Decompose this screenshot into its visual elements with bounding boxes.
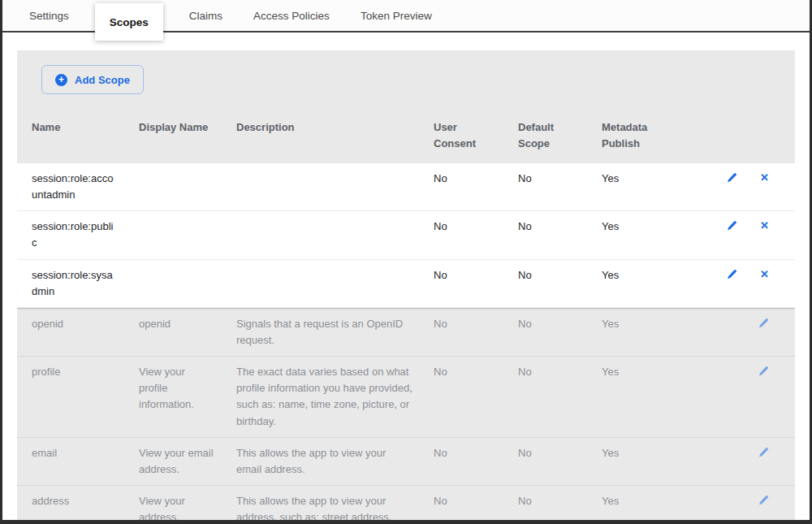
scope-default-scope: No — [518, 357, 602, 437]
column-header-description: Description — [236, 119, 434, 151]
table-row: address View your address. This allows t… — [17, 485, 795, 520]
scope-display-name — [139, 211, 236, 258]
scope-user-consent: No — [434, 163, 518, 210]
scope-user-consent: No — [434, 309, 518, 356]
scopes-table: Name Display Name Description User Conse… — [17, 107, 795, 520]
table-row: openid openid Signals that a request is … — [17, 308, 795, 356]
row-actions: ✕ — [703, 163, 795, 210]
scope-metadata-publish: Yes — [602, 260, 703, 307]
row-actions — [703, 486, 795, 520]
scope-description — [236, 260, 434, 307]
row-actions: ✕ — [703, 260, 795, 307]
table-row: email View your email address. This allo… — [17, 437, 795, 485]
scope-description — [236, 163, 434, 210]
scope-name: openid — [32, 309, 139, 356]
scope-default-scope: No — [518, 486, 602, 520]
column-header-display-name: Display Name — [139, 119, 236, 151]
scope-name: email — [32, 438, 139, 485]
edit-scope-button[interactable] — [758, 495, 769, 508]
row-actions: ✕ — [703, 211, 795, 258]
table-header-row: Name Display Name Description User Conse… — [17, 107, 795, 163]
table-row: profile View your profile information. T… — [17, 356, 795, 437]
scope-default-scope: No — [518, 163, 602, 210]
close-icon: ✕ — [760, 172, 769, 183]
edit-scope-button[interactable] — [726, 269, 737, 282]
scope-default-scope: No — [518, 211, 602, 258]
scope-user-consent: No — [434, 211, 518, 258]
scope-name: session:role:accountadmin — [32, 163, 139, 210]
scope-display-name: View your email address. — [139, 438, 236, 485]
scope-description: This allows the app to view your email a… — [236, 438, 434, 485]
scope-name: address — [32, 486, 139, 520]
row-actions — [703, 438, 795, 485]
scope-user-consent: No — [434, 486, 518, 520]
scope-metadata-publish: Yes — [602, 309, 703, 356]
scope-metadata-publish: Yes — [602, 438, 703, 485]
row-actions — [703, 357, 795, 437]
close-icon: ✕ — [760, 269, 769, 279]
edit-scope-button[interactable] — [758, 318, 769, 331]
add-scope-label: Add Scope — [75, 74, 130, 86]
delete-scope-button[interactable]: ✕ — [760, 172, 769, 183]
tab-bar: Settings Scopes Claims Access Policies T… — [0, 0, 812, 32]
scope-description: The exact data varies based on what prof… — [236, 357, 434, 437]
plus-icon: + — [55, 74, 67, 86]
scope-default-scope: No — [518, 309, 602, 356]
tab-scopes[interactable]: Scopes — [95, 3, 163, 41]
scope-display-name: View your profile information. — [139, 357, 236, 437]
edit-scope-button[interactable] — [758, 447, 769, 460]
table-row: session:role:public No No Yes ✕ — [17, 211, 795, 259]
scope-description — [236, 211, 434, 258]
tab-token-preview[interactable]: Token Preview — [356, 0, 437, 32]
scope-name: profile — [32, 357, 139, 437]
column-header-actions — [703, 119, 795, 151]
edit-scope-button[interactable] — [758, 366, 769, 379]
pencil-icon — [758, 366, 769, 379]
scope-default-scope: No — [518, 438, 602, 485]
tab-access-policies[interactable]: Access Policies — [248, 0, 335, 32]
scope-name: session:role:sysadmin — [32, 260, 139, 307]
add-scope-button[interactable]: + Add Scope — [41, 65, 144, 94]
pencil-icon — [758, 495, 769, 508]
scope-user-consent: No — [434, 357, 518, 437]
scope-user-consent: No — [434, 438, 518, 485]
pencil-icon — [758, 318, 769, 331]
scopes-panel: + Add Scope Name Display Name Descriptio… — [17, 50, 795, 520]
scope-default-scope: No — [518, 260, 602, 307]
scope-description: This allows the app to view your address… — [236, 486, 434, 520]
column-header-default-scope: Default Scope — [518, 119, 570, 151]
scope-user-consent: No — [434, 260, 518, 307]
column-header-name: Name — [32, 119, 139, 151]
edit-scope-button[interactable] — [726, 172, 737, 185]
tab-claims[interactable]: Claims — [184, 0, 227, 32]
column-header-user-consent: User Consent — [434, 119, 486, 151]
row-actions — [703, 309, 795, 356]
column-header-metadata-publish: Metadata Publish — [602, 119, 660, 151]
scope-display-name — [139, 163, 236, 210]
table-row: session:role:sysadmin No No Yes ✕ — [17, 260, 795, 308]
delete-scope-button[interactable]: ✕ — [760, 269, 769, 279]
pencil-icon — [726, 172, 737, 185]
table-row: session:role:accountadmin No No Yes ✕ — [17, 163, 795, 211]
scope-metadata-publish: Yes — [602, 486, 703, 520]
scope-metadata-publish: Yes — [602, 211, 703, 258]
scope-display-name: View your address. — [139, 486, 236, 520]
tab-settings[interactable]: Settings — [24, 0, 74, 32]
scope-display-name — [139, 260, 236, 307]
scope-name: session:role:public — [32, 211, 139, 258]
scope-metadata-publish: Yes — [602, 163, 703, 210]
scope-display-name: openid — [139, 309, 236, 356]
pencil-icon — [758, 447, 769, 460]
pencil-icon — [726, 220, 737, 233]
edit-scope-button[interactable] — [726, 220, 737, 233]
close-icon: ✕ — [760, 220, 769, 231]
pencil-icon — [726, 269, 737, 282]
scope-description: Signals that a request is an OpenID requ… — [236, 309, 434, 356]
scope-metadata-publish: Yes — [602, 357, 703, 437]
delete-scope-button[interactable]: ✕ — [760, 220, 769, 231]
